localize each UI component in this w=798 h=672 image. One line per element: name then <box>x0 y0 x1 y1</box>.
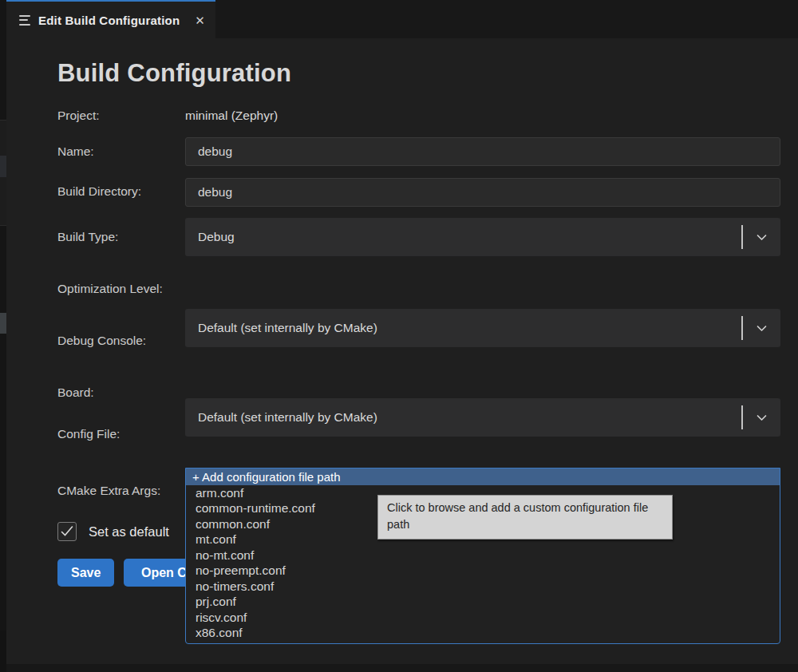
select-divider <box>741 225 743 249</box>
sidebar-strip-segment <box>0 630 6 672</box>
build-type-value: Debug <box>198 230 235 244</box>
build-directory-label: Build Directory: <box>57 184 141 199</box>
build-directory-input[interactable] <box>185 178 780 207</box>
browse-tooltip: Click to browse and add a custom configu… <box>377 495 673 540</box>
bottom-band <box>6 664 798 672</box>
name-input[interactable] <box>185 137 780 166</box>
editor-tab-bar: Edit Build Configuration ✕ <box>6 0 798 38</box>
chevron-down-icon <box>755 322 768 335</box>
debug-console-label: Debug Console: <box>57 334 146 348</box>
config-file-option[interactable]: no-preempt.conf <box>186 563 780 579</box>
cmake-extra-args-label: CMake Extra Args: <box>57 484 160 498</box>
config-file-label: Config File: <box>57 427 120 441</box>
debug-console-select[interactable]: Default (set internally by CMake) <box>185 398 780 437</box>
optimization-level-value: Default (set internally by CMake) <box>198 321 377 335</box>
chevron-down-icon <box>755 411 768 425</box>
debug-console-value: Default (set internally by CMake) <box>198 410 377 425</box>
project-value: minimal (Zephyr) <box>185 116 780 130</box>
name-label: Name: <box>57 144 94 159</box>
set-as-default-checkbox[interactable] <box>57 522 77 541</box>
sidebar-strip-segment <box>0 156 6 177</box>
config-file-option[interactable]: no-timers.conf <box>186 579 780 595</box>
optimization-level-select[interactable]: Default (set internally by CMake) <box>185 309 780 347</box>
sidebar-strip-segment <box>0 177 6 226</box>
board-label: Board: <box>57 385 94 400</box>
config-file-option[interactable]: no-mt.conf <box>186 547 780 563</box>
project-label: Project: <box>57 109 100 123</box>
select-divider <box>741 405 743 429</box>
build-type-select[interactable]: Debug <box>185 218 780 256</box>
chevron-down-icon <box>755 231 768 244</box>
add-configuration-file-path-option[interactable]: + Add configuration file path <box>186 468 780 485</box>
sidebar-strip-segment <box>0 313 6 334</box>
config-file-option[interactable]: x86.conf <box>186 626 780 642</box>
collapsed-sidebar-strip <box>0 0 6 672</box>
page-title: Build Configuration <box>57 59 291 88</box>
build-type-label: Build Type: <box>57 230 118 244</box>
tab-edit-build-configuration[interactable]: Edit Build Configuration ✕ <box>6 0 215 38</box>
tab-close-icon[interactable]: ✕ <box>195 14 205 26</box>
sidebar-strip-segment <box>0 120 6 156</box>
tab-title: Edit Build Configuration <box>38 14 180 27</box>
set-as-default-label[interactable]: Set as default <box>89 524 169 540</box>
config-file-option[interactable]: riscv.conf <box>186 610 780 626</box>
settings-list-icon <box>19 15 31 26</box>
config-file-option[interactable]: prj.conf <box>186 595 780 611</box>
save-button[interactable]: Save <box>57 559 114 587</box>
select-divider <box>741 316 743 340</box>
optimization-level-label: Optimization Level: <box>57 282 163 296</box>
